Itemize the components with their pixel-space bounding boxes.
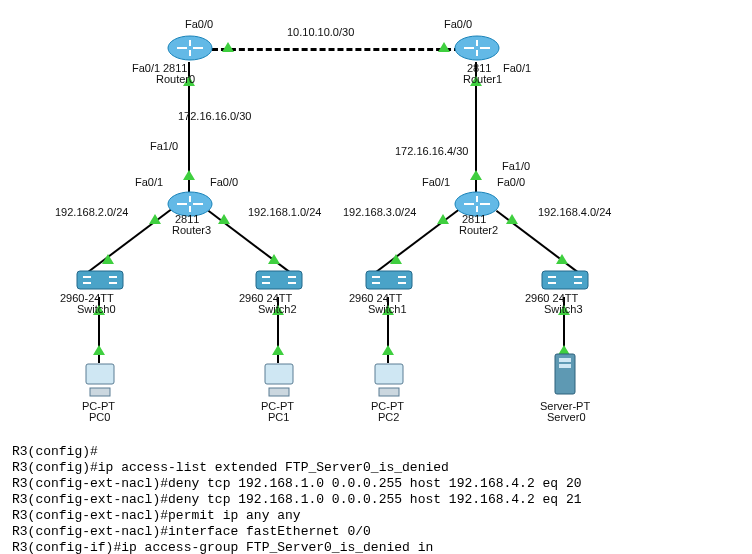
pc-icon[interactable] <box>369 360 409 400</box>
router-name: Router3 <box>172 224 211 236</box>
topology-canvas: Fa0/0 Fa0/1 Fa1/0 2811 Router0 10.10.10.… <box>0 0 752 440</box>
svg-rect-12 <box>375 364 403 384</box>
link-arrow-icon <box>93 345 105 355</box>
svg-point-1 <box>455 36 499 60</box>
subnet-label: 192.168.1.0/24 <box>248 206 321 218</box>
link-arrow-icon <box>437 214 449 224</box>
link-r0-r1 <box>212 48 460 51</box>
switch-name: Switch1 <box>368 303 407 315</box>
link-arrow-icon <box>222 42 234 52</box>
router-name: Router0 <box>156 73 195 85</box>
svg-rect-11 <box>269 388 289 396</box>
svg-rect-7 <box>542 271 588 289</box>
iface-label: Fa1/0 <box>150 140 178 152</box>
switch-icon[interactable] <box>540 265 590 295</box>
svg-rect-6 <box>366 271 412 289</box>
iface-label: Fa0/1 <box>135 176 163 188</box>
svg-point-0 <box>168 36 212 60</box>
svg-rect-16 <box>559 364 571 368</box>
iface-label: Fa0/0 <box>185 18 213 30</box>
link-arrow-icon <box>149 214 161 224</box>
router-name: Router1 <box>463 73 502 85</box>
link-arrow-icon <box>218 214 230 224</box>
subnet-label: 192.168.3.0/24 <box>343 206 416 218</box>
subnet-label: 192.168.2.0/24 <box>55 206 128 218</box>
link-arrow-icon <box>268 254 280 264</box>
pc-name: PC1 <box>268 411 289 423</box>
switch-icon[interactable] <box>75 265 125 295</box>
link-arrow-icon <box>382 345 394 355</box>
switch-icon[interactable] <box>364 265 414 295</box>
subnet-label: 192.168.4.0/24 <box>538 206 611 218</box>
link-arrow-icon <box>102 254 114 264</box>
subnet-label: 172.16.16.4/30 <box>395 145 468 157</box>
subnet-label: 10.10.10.0/30 <box>287 26 354 38</box>
subnet-label: 172.16.16.0/30 <box>178 110 251 122</box>
link-arrow-icon <box>183 170 195 180</box>
svg-rect-9 <box>90 388 110 396</box>
switch-icon[interactable] <box>254 265 304 295</box>
svg-rect-15 <box>559 358 571 362</box>
switch-name: Switch3 <box>544 303 583 315</box>
svg-rect-8 <box>86 364 114 384</box>
pc-name: PC2 <box>378 411 399 423</box>
switch-name: Switch0 <box>77 303 116 315</box>
svg-rect-4 <box>77 271 123 289</box>
link-arrow-icon <box>506 214 518 224</box>
link-arrow-icon <box>470 170 482 180</box>
switch-name: Switch2 <box>258 303 297 315</box>
link-arrow-icon <box>438 42 450 52</box>
router-icon[interactable] <box>454 34 500 62</box>
iface-label: Fa0/1 <box>422 176 450 188</box>
iface-label: Fa0/0 <box>444 18 472 30</box>
pc-icon[interactable] <box>80 360 120 400</box>
link-arrow-icon <box>390 254 402 264</box>
router-icon[interactable] <box>167 34 213 62</box>
svg-rect-5 <box>256 271 302 289</box>
svg-rect-13 <box>379 388 399 396</box>
server-name: Server0 <box>547 411 586 423</box>
iface-label: Fa0/0 <box>497 176 525 188</box>
link-arrow-icon <box>272 345 284 355</box>
cli-output: R3(config)# R3(config)#ip access-list ex… <box>12 444 732 554</box>
iface-label: Fa0/0 <box>210 176 238 188</box>
server-icon[interactable] <box>545 352 585 400</box>
iface-label: Fa0/1 <box>503 62 531 74</box>
router-name: Router2 <box>459 224 498 236</box>
iface-label: Fa1/0 <box>502 160 530 172</box>
svg-rect-10 <box>265 364 293 384</box>
link-arrow-icon <box>556 254 568 264</box>
pc-icon[interactable] <box>259 360 299 400</box>
pc-name: PC0 <box>89 411 110 423</box>
